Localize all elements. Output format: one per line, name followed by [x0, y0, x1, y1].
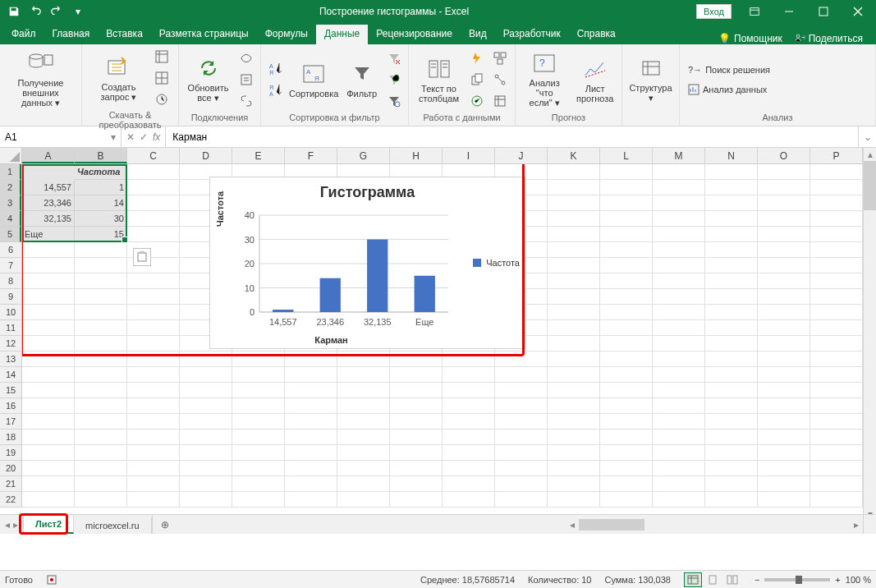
ribbon-options-icon[interactable] [738, 0, 771, 23]
ribbon: Получение внешних данных ▾ Создать запро… [0, 44, 876, 126]
cancel-formula-icon[interactable]: ✕ [126, 131, 135, 143]
svg-text:0: 0 [250, 307, 255, 317]
solver-button[interactable]: ?→ Поиск решения [685, 62, 773, 78]
page-layout-view-icon[interactable] [704, 572, 722, 587]
svg-rect-9 [241, 75, 251, 85]
data-analysis-button[interactable]: Анализ данных [685, 81, 773, 98]
sheet-tab-active[interactable]: Лист2 [24, 516, 74, 534]
macro-record-icon[interactable] [46, 574, 57, 586]
title-bar: ▾ Построение гистограммы - Excel Вход [0, 0, 876, 23]
save-icon[interactable] [5, 2, 23, 21]
tab-insert[interactable]: Вставка [98, 25, 151, 44]
data-validation-icon[interactable] [468, 92, 486, 110]
qat-customize-icon[interactable]: ▾ [69, 2, 87, 21]
tab-help[interactable]: Справка [569, 25, 624, 44]
fx-icon[interactable]: fx [153, 131, 160, 143]
tell-me-button[interactable]: 💡 Помощник [713, 33, 787, 44]
name-box[interactable]: A1▾ [0, 126, 122, 147]
svg-text:Еще: Еще [415, 317, 433, 327]
svg-text:Я: Я [314, 75, 319, 82]
sheet-next-icon[interactable]: ▸ [13, 519, 18, 531]
svg-text:10: 10 [245, 283, 255, 293]
formula-input[interactable]: Карман [166, 126, 858, 147]
tab-page-layout[interactable]: Разметка страницы [151, 25, 257, 44]
status-average: Среднее: 18,57685714 [420, 575, 515, 585]
from-table-icon[interactable] [153, 69, 171, 87]
minimize-icon[interactable] [773, 0, 805, 23]
connections-icon[interactable] [237, 49, 255, 67]
sheet-tab[interactable]: microexcel.ru [74, 517, 151, 534]
normal-view-icon[interactable] [684, 572, 702, 587]
outline-button[interactable]: Структура ▾ [627, 55, 674, 103]
expand-formula-icon[interactable]: ⌄ [858, 126, 876, 147]
tab-file[interactable]: Файл [3, 25, 44, 44]
redo-icon[interactable] [48, 2, 66, 21]
status-ready: Готово [5, 575, 33, 585]
svg-text:?: ? [539, 57, 545, 69]
tab-review[interactable]: Рецензирование [368, 25, 461, 44]
zoom-out-icon[interactable]: − [754, 575, 759, 585]
enter-formula-icon[interactable]: ✓ [140, 131, 148, 143]
scroll-thumb-h[interactable] [579, 519, 644, 531]
close-icon[interactable] [842, 0, 874, 23]
clear-filter-icon[interactable] [385, 49, 403, 67]
advanced-filter-icon[interactable] [385, 92, 403, 110]
chevron-down-icon[interactable]: ▾ [111, 131, 116, 143]
maximize-icon[interactable] [807, 0, 840, 23]
sort-az-icon[interactable]: АЯ [266, 60, 284, 78]
recent-sources-icon[interactable] [153, 90, 171, 108]
show-queries-icon[interactable] [153, 48, 171, 66]
horizontal-scrollbar[interactable]: ◂ ▸ [177, 515, 863, 534]
relationships-icon[interactable] [491, 71, 509, 89]
get-external-data-button[interactable]: Получение внешних данных ▾ [12, 50, 70, 108]
zoom-level[interactable]: 100 % [846, 575, 871, 585]
scroll-left-icon[interactable]: ◂ [566, 518, 579, 531]
consolidate-icon[interactable] [491, 49, 509, 67]
edit-links-icon[interactable] [237, 92, 255, 110]
flash-fill-icon[interactable] [468, 49, 486, 67]
sheet-nav[interactable]: ◂ ▸ [0, 515, 24, 534]
new-query-button[interactable]: Создать запрос ▾ [90, 54, 148, 103]
cells[interactable]: КарманЧастота14,557123,3461432,13530Еще1… [22, 164, 863, 521]
undo-icon[interactable] [26, 2, 44, 21]
refresh-all-button[interactable]: Обновить все ▾ [184, 55, 232, 103]
page-break-view-icon[interactable] [723, 572, 741, 587]
add-sheet-button[interactable]: ⊕ [153, 515, 177, 534]
chart-x-label: Карман [210, 335, 452, 345]
properties-icon[interactable] [237, 71, 255, 89]
tab-formulas[interactable]: Формулы [257, 25, 316, 44]
zoom-control[interactable]: − + 100 % [754, 575, 871, 585]
histogram-chart[interactable]: Гистограмма Частота 01020304014,55723,34… [209, 177, 525, 349]
text-to-columns-button[interactable]: Текст по столбцам [415, 56, 463, 103]
zoom-in-icon[interactable]: + [835, 575, 840, 585]
svg-rect-60 [733, 576, 737, 584]
scroll-up-icon[interactable]: ▴ [864, 148, 876, 161]
svg-rect-58 [709, 576, 716, 584]
tab-developer[interactable]: Разработчик [495, 25, 569, 44]
scroll-thumb[interactable] [864, 161, 876, 210]
sort-button[interactable]: АЯ Сортировка [289, 61, 338, 99]
reapply-filter-icon[interactable] [385, 71, 403, 89]
remove-dupes-icon[interactable] [468, 71, 486, 89]
status-count: Количество: 10 [528, 575, 591, 585]
sort-za-icon[interactable]: ЯА [266, 81, 284, 99]
signin-button[interactable]: Вход [696, 4, 732, 19]
select-all-button[interactable] [0, 148, 22, 164]
data-model-icon[interactable] [491, 92, 509, 110]
sheet-prev-icon[interactable]: ◂ [5, 519, 10, 531]
ribbon-tabs: Файл Главная Вставка Разметка страницы Ф… [0, 23, 876, 44]
share-button[interactable]: Поделиться [791, 33, 868, 44]
what-if-button[interactable]: ? Анализ "что если" ▾ [521, 50, 568, 108]
scroll-right-icon[interactable]: ▸ [850, 518, 863, 531]
tab-home[interactable]: Главная [44, 25, 99, 44]
tab-view[interactable]: Вид [461, 25, 495, 44]
row-headers[interactable]: 12345678910111213141516171819202122 [0, 164, 22, 508]
filter-button[interactable]: Фильтр [343, 61, 380, 99]
paste-options-icon[interactable] [133, 248, 151, 266]
svg-text:30: 30 [245, 235, 255, 245]
forecast-sheet-button[interactable]: Лист прогноза [573, 56, 617, 103]
svg-text:А: А [269, 63, 273, 69]
vertical-scrollbar[interactable]: ▴ ▾ [863, 148, 876, 521]
column-headers[interactable]: ABCDEFGHIJKLMNOP [22, 148, 863, 164]
tab-data[interactable]: Данные [316, 25, 368, 44]
